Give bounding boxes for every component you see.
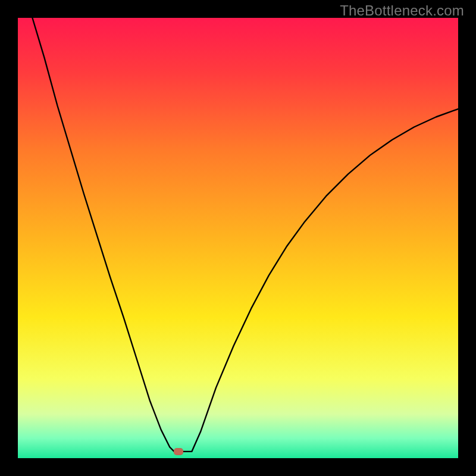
plot-area (18, 18, 458, 458)
chart-frame: TheBottleneck.com (0, 0, 476, 476)
watermark-text: TheBottleneck.com (340, 2, 464, 19)
plot-svg (18, 18, 458, 458)
gradient-background (18, 18, 458, 458)
optimal-marker (174, 448, 183, 455)
